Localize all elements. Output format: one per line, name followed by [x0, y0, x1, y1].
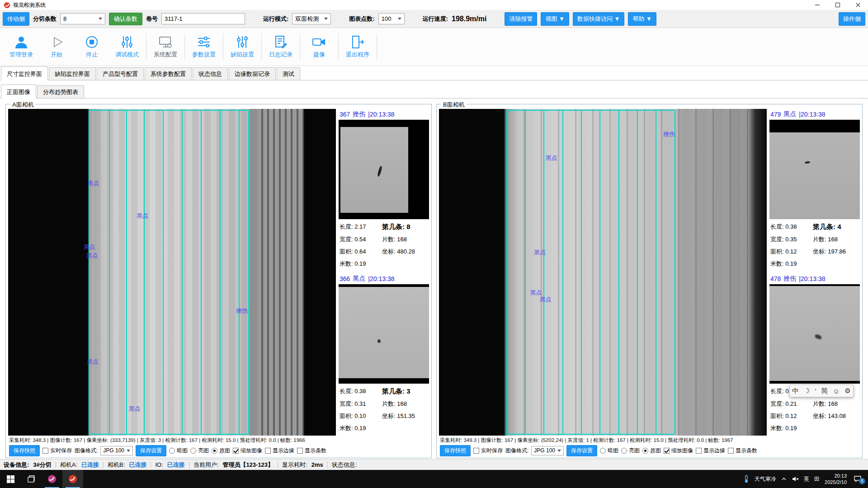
app-icon: [68, 474, 78, 484]
action-log[interactable]: 日志记录: [263, 35, 298, 59]
confirm-count-button[interactable]: 确认条数: [109, 13, 142, 25]
realtime-save-checkbox[interactable]: 实时保存: [42, 447, 72, 455]
tab-front-image[interactable]: 正面图像: [1, 84, 36, 99]
camera-a-controls: 保存快照 实时保存 图像格式: JPG 100 保存设置 暗图 亮图 原图 缩放…: [8, 445, 336, 456]
action-param-settings[interactable]: 参数设置: [186, 35, 222, 59]
snapshot-button[interactable]: 保存快照: [440, 445, 471, 456]
action-defect-settings[interactable]: 缺陷设置: [225, 35, 260, 59]
tab-edge-data[interactable]: 边缘数据记录: [229, 67, 276, 80]
show-strips-checkbox[interactable]: 显示条数: [297, 447, 326, 455]
bright-image-radio[interactable]: 亮图: [190, 447, 209, 455]
action-stop[interactable]: 停止: [74, 35, 109, 59]
defect-card-header: 478 挫伤 |20:13:38: [769, 273, 860, 284]
realtime-save-checkbox[interactable]: 实时保存: [473, 447, 503, 455]
strip-boundary-line: [163, 110, 164, 434]
action-capture[interactable]: 摄像: [302, 35, 337, 59]
taskbar-app-1[interactable]: [42, 470, 62, 488]
action-start[interactable]: 开始: [39, 35, 74, 59]
camera-b-label: 相机B:: [108, 461, 125, 469]
run-mode-select[interactable]: 双面检测: [292, 13, 331, 24]
action-center-button[interactable]: 6: [852, 473, 863, 485]
action-exit[interactable]: 退出程序: [340, 35, 375, 59]
ime-fullwidth-icon[interactable]: ☽: [804, 387, 810, 395]
slit-count-select[interactable]: 8: [60, 13, 105, 24]
view-menu-button[interactable]: 视图 ▼: [541, 12, 569, 26]
strip-boundary-line: [618, 110, 619, 434]
dark-image-radio[interactable]: 暗图: [169, 447, 188, 455]
ime-emoji-icon[interactable]: ☺: [833, 387, 840, 395]
chart-points-select[interactable]: 100: [378, 13, 405, 24]
taskbar-app-2-active[interactable]: [62, 470, 83, 488]
dark-image-radio[interactable]: 暗图: [600, 447, 618, 455]
camera-a-status-line: 采集耗时: 348.3 | 图像计数: 167 | 像素坐标: (333,713…: [8, 436, 336, 445]
close-button[interactable]: [848, 0, 868, 10]
statusbar-separator: [103, 462, 104, 468]
show-edges-checkbox[interactable]: 显示边缘: [696, 447, 725, 455]
tab-product-model[interactable]: 产品型号配置: [97, 67, 144, 80]
checkbox-label: 缩放图像: [671, 447, 693, 455]
zoom-image-checkbox[interactable]: 缩放图像: [233, 447, 262, 455]
tab-status-info[interactable]: 状态信息: [193, 67, 228, 80]
tab-system-params[interactable]: 系统参数配置: [145, 67, 192, 80]
maximize-button[interactable]: [827, 0, 848, 10]
tab-defect-monitor[interactable]: 缺陷监控界面: [49, 67, 96, 80]
action-debug-mode[interactable]: 调试模式: [109, 35, 145, 59]
image-format-select[interactable]: JPG 100: [531, 446, 564, 455]
titlebar: 视觉检测系统: [0, 0, 868, 10]
bright-image-radio[interactable]: 亮图: [621, 447, 640, 455]
action-admin-login[interactable]: 管理登录: [4, 35, 39, 59]
snapshot-button[interactable]: 保存快照: [9, 445, 40, 456]
defect-time: |20:13:38: [799, 111, 825, 118]
tab-test[interactable]: 测试: [277, 67, 300, 80]
minimize-button[interactable]: [807, 0, 827, 10]
action-label: 开始: [51, 51, 62, 59]
speaker-muted-icon[interactable]: [792, 475, 799, 483]
clear-alarm-button[interactable]: 清除报警: [505, 12, 537, 26]
roll-number-input[interactable]: 3117-1: [161, 13, 245, 24]
original-image-radio[interactable]: 原图: [212, 447, 230, 455]
defect-thumbnail[interactable]: [339, 284, 429, 384]
save-settings-button[interactable]: 保存设置: [136, 445, 166, 456]
task-view-button[interactable]: [21, 470, 42, 488]
zoom-image-checkbox[interactable]: 缩放图像: [664, 447, 693, 455]
defect-number: 366: [340, 275, 350, 282]
panel-camera-b: B面相机: [436, 104, 863, 458]
operate-side-button[interactable]: 操作侧: [839, 12, 865, 26]
tab-distribution-chart[interactable]: 分布趋势图表: [37, 85, 84, 98]
camera-content: A面相机: [0, 99, 868, 459]
action-system-config[interactable]: 系统配置: [148, 35, 183, 59]
tray-expand-icon[interactable]: [781, 476, 787, 482]
run-speed-label: 运行速度:: [423, 15, 448, 23]
ime-punctuation-icon[interactable]: ’: [815, 387, 816, 395]
checkbox-icon: [265, 448, 271, 454]
image-format-select[interactable]: JPG 100: [100, 446, 133, 455]
stat-area: 面积: 0.10: [340, 412, 382, 420]
ime-grid-icon[interactable]: 田: [814, 475, 820, 483]
show-edges-checkbox[interactable]: 显示边缘: [265, 447, 294, 455]
start-button[interactable]: [0, 470, 21, 488]
language-indicator[interactable]: 英: [804, 475, 809, 483]
ime-simplified-indicator[interactable]: 简: [821, 387, 828, 395]
ime-mode-indicator[interactable]: 中: [792, 387, 799, 395]
tab-size-monitor[interactable]: 尺寸监控界面: [1, 66, 48, 80]
drive-side-button[interactable]: 传动侧: [3, 12, 29, 26]
stat-empty: [813, 424, 859, 432]
show-strips-checkbox[interactable]: 显示条数: [728, 447, 757, 455]
defect-thumbnail[interactable]: [769, 284, 860, 384]
action-label: 管理登录: [9, 51, 33, 59]
weather-text[interactable]: 天气寒冷: [755, 475, 776, 483]
stat-area: 面积: 0.12: [770, 412, 813, 420]
thermometer-icon[interactable]: [743, 475, 750, 483]
ime-settings-gear-icon[interactable]: ⚙: [844, 387, 850, 395]
save-settings-button[interactable]: 保存设置: [566, 445, 597, 456]
taskbar-clock[interactable]: 20:13 2025/2/10: [825, 473, 847, 485]
slit-count-label: 分切条数: [33, 15, 57, 23]
help-menu-button[interactable]: 帮助 ▼: [628, 12, 656, 26]
original-image-radio[interactable]: 原图: [642, 447, 661, 455]
defect-stats: 长度: 0.38 第几条: 4 宽度: 0.35 片数: 168 面积: 0.1…: [769, 219, 860, 268]
data-quick-access-menu-button[interactable]: 数据快捷访问 ▼: [573, 12, 624, 26]
defect-type: 挫伤: [353, 110, 365, 118]
defect-thumbnail[interactable]: [339, 120, 429, 219]
defect-thumbnail[interactable]: [769, 120, 860, 219]
radio-label: 原图: [650, 447, 661, 455]
